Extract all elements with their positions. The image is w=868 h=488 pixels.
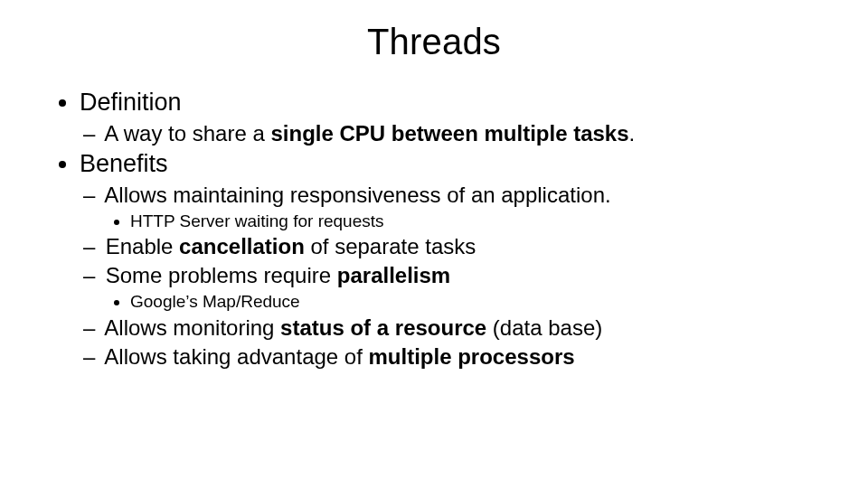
definition-item-1: A way to share a single CPU between mult… [99, 120, 814, 147]
text: Allows taking advantage of [104, 344, 368, 369]
text: of separate tasks [305, 234, 476, 258]
sub-sub-list: HTTP Server waiting for requests [99, 211, 814, 232]
slide: Threads Definition A way to share a sing… [0, 0, 868, 488]
text: A way to share a [104, 121, 270, 145]
benefits-item-monitoring: Allows monitoring status of a resource (… [99, 314, 814, 342]
text: Enable [106, 234, 179, 258]
bullet-benefits-label: Benefits [80, 150, 168, 177]
text: Allows monitoring [104, 315, 280, 340]
text: Some problems require [106, 263, 337, 287]
benefits-item-multiprocessor: Allows taking advantage of multiple proc… [99, 343, 814, 371]
text-bold: single CPU between multiple tasks [270, 121, 628, 145]
bullet-benefits: Benefits Allows maintaining responsivene… [80, 149, 814, 371]
text-bold: multiple processors [369, 344, 575, 369]
text-bold: status of a resource [280, 315, 486, 340]
bullet-definition-label: Definition [80, 89, 182, 116]
benefits-item-cancellation: Enable cancellation of separate tasks [99, 233, 814, 260]
sublist-benefits: Allows maintaining responsiveness of an … [80, 182, 814, 371]
example-http-server: HTTP Server waiting for requests [130, 211, 814, 232]
slide-title: Threads [54, 22, 814, 62]
bullet-list: Definition A way to share a single CPU b… [54, 88, 814, 371]
example-map-reduce: Google’s Map/Reduce [130, 291, 814, 313]
text: . [629, 121, 636, 145]
sub-sub-list: Google’s Map/Reduce [99, 291, 814, 313]
benefits-item-responsiveness: Allows maintaining responsiveness of an … [99, 182, 814, 232]
text-bold: parallelism [337, 263, 450, 287]
text: (data base) [486, 315, 602, 340]
benefits-item-parallelism: Some problems require parallelism Google… [99, 262, 814, 313]
bullet-definition: Definition A way to share a single CPU b… [80, 88, 814, 147]
text: Allows maintaining responsiveness of an … [104, 183, 610, 207]
sublist-definition: A way to share a single CPU between mult… [80, 120, 814, 147]
text-bold: cancellation [179, 234, 305, 258]
